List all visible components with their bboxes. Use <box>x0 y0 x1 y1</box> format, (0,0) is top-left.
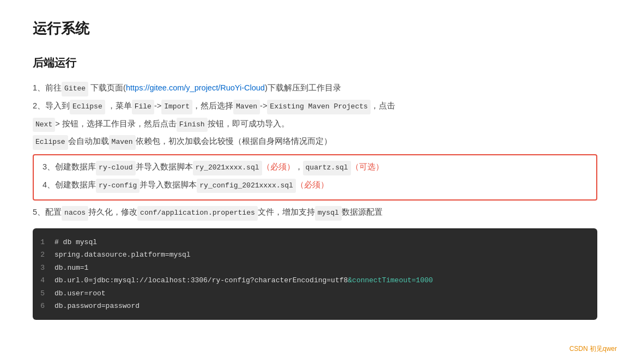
code-line-5: 5 db.user=root <box>33 287 586 300</box>
step4-text1: 4、创建数据库 <box>43 178 96 193</box>
step5-text1: 5、配置 <box>33 205 62 220</box>
code-line-2: 2 spring.datasource.platform=mysql <box>33 248 586 261</box>
step5-code-mysql: mysql <box>315 206 342 221</box>
step3-text1: 3、创建数据库 <box>43 160 96 175</box>
step-2c: Eclipse 会自动加载 Maven 依赖包，初次加载会比较慢（根据自身网络情… <box>33 134 597 150</box>
step2c-code-maven: Maven <box>109 135 136 150</box>
line-content-1: # db mysql <box>54 236 97 248</box>
step-4: 4、创建数据库 ry-config 并导入数据脚本 ry_config_2021… <box>43 178 587 193</box>
content-area: 1、前往 Gitee 下载页面( https://gitee.com/y_pro… <box>33 81 597 320</box>
watermark-name: 初见qwer <box>590 345 617 353</box>
watermark: CSDN 初见qwer <box>570 343 617 354</box>
code-line-1: 1 # db mysql <box>33 236 586 248</box>
step4-required: （必须） <box>296 178 329 193</box>
step5-text3: 文件，增加支持 <box>258 205 315 220</box>
step-2b: Next > 按钮，选择工作目录，然后点击 Finish 按钮，即可成功导入。 <box>33 117 597 132</box>
step4-code-ryconfig: ry-config <box>96 179 140 193</box>
code-block: 1 # db mysql 2 spring.datasource.platfor… <box>33 228 597 320</box>
step2c-code-eclipse: Eclipse <box>33 135 68 150</box>
step2-text4: ，点击 <box>371 99 395 114</box>
step2-text1: 2、导入到 <box>33 99 70 114</box>
step2-code-eclipse: Eclipse <box>70 100 105 114</box>
step-5: 5、配置 nacos 持久化，修改 conf/application.prope… <box>33 205 597 221</box>
step1-text: 1、前往 <box>33 81 62 96</box>
step2-text3: ，然后选择 <box>192 99 233 114</box>
step5-code-nacos: nacos <box>62 206 88 221</box>
line-number-1: 1 <box>33 236 54 248</box>
step1-text3: )下载解压到工作目录 <box>265 81 341 96</box>
step2b-text2: 按钮，即可成功导入。 <box>208 117 289 132</box>
watermark-prefix: CSDN <box>570 345 590 353</box>
code-line-6: 6 db.password=password <box>33 300 586 312</box>
step2-arrow1: -> <box>154 99 161 114</box>
step2-code-file: File <box>132 100 154 114</box>
line-content-6: db.password=password <box>54 300 140 312</box>
step2-code-existing-maven: Existing Maven Projects <box>267 100 370 114</box>
step2c-text2: 依赖包，初次加载会比较慢（根据自身网络情况而定） <box>136 134 332 149</box>
step3-code-sql1: ry_2021xxxx.sql <box>193 161 262 175</box>
code-line-3: 3 db.num=1 <box>33 262 586 274</box>
section-title: 后端运行 <box>33 53 597 72</box>
step4-code-sql: ry_config_2021xxxx.sql <box>197 179 296 193</box>
line-content-4: db.url.0=jdbc:mysql://localhost:3306/ry-… <box>54 274 433 287</box>
step2-code-maven: Maven <box>233 100 260 114</box>
line-content-5: db.user=root <box>54 287 106 300</box>
step-2: 2、导入到 Eclipse ，菜单 File -> Import ，然后选择 M… <box>33 99 597 114</box>
step5-text4: 数据源配置 <box>342 205 383 220</box>
step2c-text1: 会自动加载 <box>68 134 109 149</box>
step5-text2: 持久化，修改 <box>88 205 137 220</box>
line-content-2: spring.datasource.platform=mysql <box>54 248 191 261</box>
step1-link[interactable]: https://gitee.com/y_project/RuoYi-Cloud <box>126 81 265 96</box>
step3-required: （必须） <box>262 160 295 175</box>
step-1: 1、前往 Gitee 下载页面( https://gitee.com/y_pro… <box>33 81 597 96</box>
step2-text2: ，菜单 <box>105 99 132 114</box>
step3-optional: （可选） <box>351 160 384 175</box>
step3-text3: ， <box>295 160 303 175</box>
code-block-inner: 1 # db mysql 2 spring.datasource.platfor… <box>33 228 597 320</box>
step3-code-quartz: quartz.sql <box>303 161 351 175</box>
step1-code-gitee: Gitee <box>62 82 88 96</box>
step2-arrow2: -> <box>260 99 267 114</box>
step2b-code-next: Next <box>33 118 55 132</box>
line-number-4: 4 <box>33 274 54 287</box>
code-line-4: 4 db.url.0=jdbc:mysql://localhost:3306/r… <box>33 274 586 287</box>
step4-text2: 并导入数据脚本 <box>140 178 197 193</box>
step5-code-conf: conf/application.properties <box>137 206 258 221</box>
line-number-3: 3 <box>33 262 54 274</box>
step1-text2: 下载页面( <box>88 81 126 96</box>
step2-code-import: Import <box>161 100 192 114</box>
main-title: 运行系统 <box>33 16 597 44</box>
page-wrapper: 运行系统 后端运行 1、前往 Gitee 下载页面( https://gitee… <box>0 0 630 364</box>
line-number-2: 2 <box>33 248 54 261</box>
line-content-3: db.num=1 <box>54 262 88 274</box>
highlight-box: 3、创建数据库 ry-cloud 并导入数据脚本 ry_2021xxxx.sql… <box>33 154 597 201</box>
step3-text2: 并导入数据脚本 <box>136 160 193 175</box>
step2b-text1: > 按钮，选择工作目录，然后点击 <box>55 117 177 132</box>
step3-code-rycloud: ry-cloud <box>96 161 135 175</box>
line-number-6: 6 <box>33 300 54 312</box>
step-3: 3、创建数据库 ry-cloud 并导入数据脚本 ry_2021xxxx.sql… <box>43 160 587 175</box>
step2b-code-finish: Finish <box>177 118 208 132</box>
line-number-5: 5 <box>33 287 54 300</box>
